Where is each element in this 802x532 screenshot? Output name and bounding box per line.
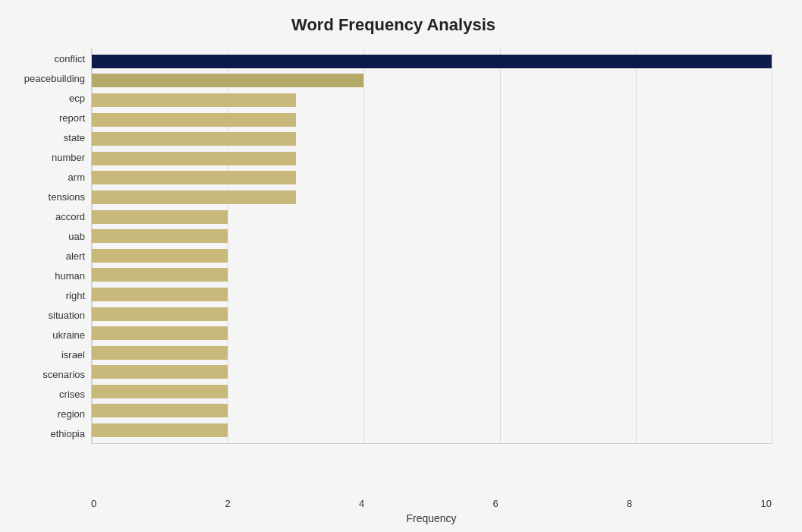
y-axis-label: report xyxy=(59,113,85,123)
grid-line xyxy=(772,49,772,443)
y-axis-label: right xyxy=(66,291,85,301)
bar-row xyxy=(92,266,772,283)
bar-row xyxy=(92,345,772,361)
y-axis-label: conflict xyxy=(55,54,85,64)
y-axis-label: arm xyxy=(68,172,85,182)
y-axis-label: uab xyxy=(68,231,85,241)
y-axis-label: scenarios xyxy=(42,370,85,379)
bar xyxy=(92,229,228,243)
y-axis-label: region xyxy=(58,409,85,419)
y-axis-label: accord xyxy=(55,212,85,222)
bar-row xyxy=(92,92,772,109)
y-axis-label: alert xyxy=(66,251,85,261)
y-axis-label: israel xyxy=(61,350,85,360)
bar xyxy=(92,55,772,68)
x-axis-title: Frequency xyxy=(91,512,772,524)
bar xyxy=(92,268,228,282)
bar xyxy=(92,346,228,360)
y-axis-label: peacebuilding xyxy=(24,74,85,83)
chart-container: Word Frequency Analysis conflictpeacebui… xyxy=(0,0,802,532)
y-axis-label: situation xyxy=(49,310,85,320)
y-axis-label: crises xyxy=(59,389,85,399)
bottom-section: 0246810 Frequency xyxy=(91,498,772,524)
bar xyxy=(92,423,228,437)
y-axis-label: human xyxy=(55,271,85,281)
x-tick-label: 0 xyxy=(91,498,96,509)
bar xyxy=(92,171,296,184)
bar xyxy=(92,288,228,301)
bar-row xyxy=(92,383,772,400)
bar-row xyxy=(92,247,772,264)
bar-row xyxy=(92,364,772,380)
bar xyxy=(92,210,228,224)
bar xyxy=(92,385,228,398)
y-axis-label: ukraine xyxy=(52,330,85,340)
x-tick-label: 2 xyxy=(225,498,231,509)
bar xyxy=(92,132,296,146)
bar-row xyxy=(92,422,772,439)
x-tick-label: 10 xyxy=(761,498,772,509)
bar xyxy=(92,249,228,263)
bar xyxy=(92,307,228,321)
bars-container xyxy=(92,49,772,443)
bar-row xyxy=(92,112,772,128)
bar-row xyxy=(92,228,772,244)
bar-row xyxy=(92,189,772,206)
y-axis-label: state xyxy=(64,133,85,143)
y-axis-label: tensions xyxy=(49,192,85,202)
bar-row xyxy=(92,72,772,89)
bar xyxy=(92,152,296,165)
chart-title: Word Frequency Analysis xyxy=(15,15,772,35)
bar-row xyxy=(92,150,772,167)
bar-row xyxy=(92,402,772,419)
bar xyxy=(92,190,296,204)
plot-area xyxy=(91,49,772,444)
bar-row xyxy=(92,286,772,303)
y-axis-label: ethiopia xyxy=(50,429,85,439)
x-ticks-row: 0246810 xyxy=(91,498,772,509)
bar-row xyxy=(92,131,772,147)
bar-row xyxy=(92,53,772,70)
bar xyxy=(92,93,296,107)
bar-row xyxy=(92,209,772,225)
bar xyxy=(92,326,228,340)
y-axis-labels: conflictpeacebuildingecpreportstatenumbe… xyxy=(15,49,91,444)
bar xyxy=(92,113,296,127)
x-tick-label: 4 xyxy=(359,498,364,509)
x-tick-label: 6 xyxy=(493,498,498,509)
y-axis-label: ecp xyxy=(69,93,85,103)
y-axis-label: number xyxy=(52,153,85,162)
bar xyxy=(92,74,363,87)
bar xyxy=(92,365,228,379)
bar xyxy=(92,404,228,417)
bar-row xyxy=(92,325,772,342)
bar-row xyxy=(92,306,772,323)
bar-row xyxy=(92,169,772,186)
x-tick-label: 8 xyxy=(627,498,632,509)
